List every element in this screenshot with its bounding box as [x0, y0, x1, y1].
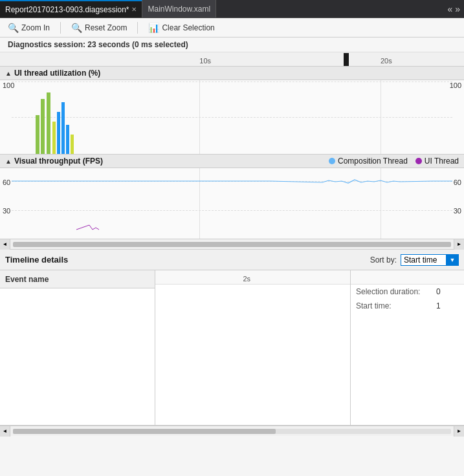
- details-table: Event name 2s Selection duration: 0 Star…: [0, 270, 464, 426]
- status-text: Diagnostics session: 23 seconds (0 ms se…: [8, 40, 188, 49]
- ui-thread-chart: 100 100: [0, 80, 464, 155]
- event-name-header: Event name: [0, 270, 155, 288]
- bar-4: [52, 122, 56, 154]
- bottom-scroll-left-arrow[interactable]: ◄: [0, 426, 10, 437]
- fps-label-60-left: 60: [3, 178, 10, 186]
- reset-zoom-button[interactable]: 🔍 Reset Zoom: [69, 21, 129, 34]
- selection-duration-label: Selection duration:: [356, 287, 434, 296]
- tab-diag-label: Report20170213-0903.diagsession*: [5, 5, 129, 14]
- bar-8: [71, 135, 74, 154]
- chart-hscroll[interactable]: ◄ ►: [0, 239, 464, 250]
- toolbar-separator-1: [60, 22, 61, 34]
- tab-diag[interactable]: Report20170213-0903.diagsession* ✕: [0, 0, 142, 17]
- grid-line-100: [12, 81, 452, 82]
- legend-composition-dot: [329, 158, 335, 164]
- selection-duration-value: 0: [436, 287, 441, 296]
- toolbar-separator-2: [137, 22, 138, 34]
- bar-1: [36, 115, 39, 154]
- tab-bar: Report20170213-0903.diagsession* ✕ MainW…: [0, 0, 464, 18]
- tab-nav-forward[interactable]: »: [455, 4, 460, 14]
- bottom-scroll-track[interactable]: [13, 429, 451, 434]
- grid-line-50: [12, 117, 452, 118]
- ui-chart-label-top-left: 100: [3, 81, 14, 89]
- bar-2: [41, 99, 45, 154]
- fps-label-30-left: 30: [3, 207, 10, 215]
- hscroll-left-arrow[interactable]: ◄: [0, 239, 10, 250]
- reset-zoom-icon: 🔍: [71, 23, 82, 33]
- zoom-in-button[interactable]: 🔍 Zoom In: [5, 21, 52, 34]
- reset-zoom-label: Reset Zoom: [85, 23, 127, 32]
- zoom-in-icon: 🔍: [8, 23, 19, 33]
- tab-xaml-label: MainWindow.xaml: [148, 5, 210, 14]
- start-time-value: 1: [436, 301, 441, 310]
- bar-3: [47, 92, 50, 154]
- zoom-in-label: Zoom In: [21, 23, 50, 32]
- event-name-header-label: Event name: [5, 275, 49, 284]
- start-time-label: Start time:: [356, 301, 434, 310]
- clear-selection-button[interactable]: 📊 Clear Selection: [146, 21, 217, 34]
- main-ruler: // We'll draw ticks inline via absolute …: [0, 52, 464, 67]
- legend-composition: Composition Thread: [329, 157, 408, 166]
- sort-select[interactable]: Start time Duration Category: [401, 254, 459, 266]
- info-column: Selection duration: 0 Start time: 1: [351, 270, 464, 425]
- detail-ruler: 2s: [155, 270, 350, 285]
- tab-navigation: « »: [443, 4, 464, 14]
- tab-nav-back[interactable]: «: [447, 4, 452, 14]
- toolbar: 🔍 Zoom In 🔍 Reset Zoom 📊 Clear Selection: [0, 18, 464, 38]
- timeline-column: 2s: [155, 270, 351, 425]
- fps-legend: Composition Thread UI Thread: [329, 157, 459, 166]
- hscroll-right-arrow[interactable]: ►: [454, 239, 464, 250]
- status-bar: Diagnostics session: 23 seconds (0 ms se…: [0, 38, 464, 52]
- info-row-selection-duration: Selection duration: 0: [351, 285, 464, 299]
- ui-thread-collapse[interactable]: ▲: [5, 70, 12, 77]
- tab-xaml[interactable]: MainWindow.xaml: [142, 0, 216, 17]
- legend-ui-thread-label: UI Thread: [425, 157, 459, 166]
- fps-svg: [12, 168, 452, 239]
- chart-vline-10s: [199, 80, 200, 154]
- bar-5: [57, 112, 60, 154]
- bottom-scrollbar[interactable]: ◄ ►: [0, 426, 464, 436]
- fps-title: Visual throughput (FPS): [14, 157, 103, 166]
- ui-chart-label-top-right: 100: [450, 81, 461, 89]
- sort-controls: Sort by: Start time Duration Category ▼: [370, 254, 459, 266]
- timeline-body: [155, 285, 350, 290]
- fps-collapse[interactable]: ▲: [5, 158, 12, 165]
- sort-select-wrapper[interactable]: Start time Duration Category ▼: [401, 254, 459, 266]
- fps-header: ▲ Visual throughput (FPS) Composition Th…: [0, 155, 464, 168]
- bottom-scroll-thumb[interactable]: [13, 429, 276, 434]
- event-name-column: Event name: [0, 270, 155, 425]
- ui-thread-header: ▲ UI thread utilization (%): [0, 67, 464, 80]
- details-header: Timeline details Sort by: Start time Dur…: [0, 250, 464, 270]
- info-column-header-spacer: [351, 270, 464, 285]
- hscroll-thumb[interactable]: [13, 242, 451, 247]
- fps-chart: 60 60 30 30: [0, 168, 464, 239]
- event-name-body: [0, 288, 155, 294]
- tab-diag-close[interactable]: ✕: [131, 6, 137, 13]
- clear-selection-icon: 📊: [148, 23, 159, 33]
- hscroll-track[interactable]: [13, 242, 451, 247]
- bottom-scroll-right-arrow[interactable]: ►: [454, 426, 464, 437]
- legend-ui-thread-dot: [415, 158, 422, 164]
- legend-composition-label: Composition Thread: [338, 157, 408, 166]
- bar-7: [66, 125, 69, 154]
- bar-6: [61, 102, 65, 154]
- chart-vline-20s: [381, 80, 381, 154]
- info-row-start-time: Start time: 1: [351, 299, 464, 313]
- clear-selection-label: Clear Selection: [162, 23, 214, 32]
- fps-label-30-right: 30: [454, 207, 461, 215]
- legend-ui-thread: UI Thread: [415, 157, 459, 166]
- ui-thread-title: UI thread utilization (%): [14, 69, 100, 78]
- fps-label-60-right: 60: [454, 178, 461, 186]
- details-title: Timeline details: [5, 255, 68, 265]
- sort-label: Sort by:: [370, 255, 397, 265]
